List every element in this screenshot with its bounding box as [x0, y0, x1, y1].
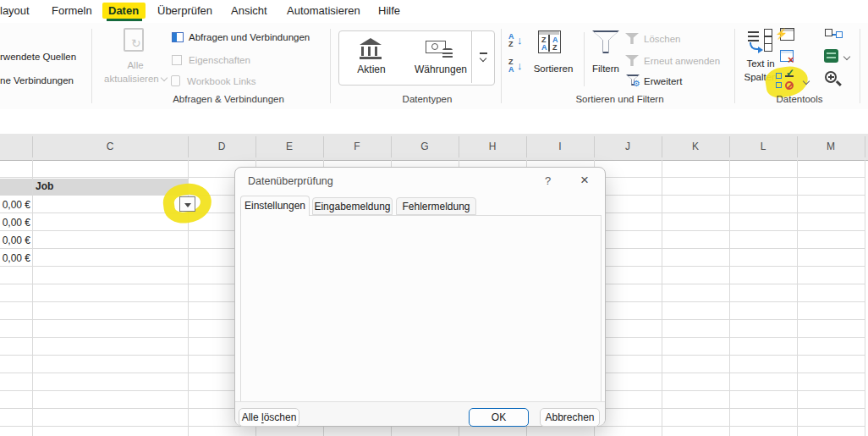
advanced-filter-label: Erweitert	[644, 76, 682, 86]
group-separator	[91, 29, 92, 103]
queries-group-label: Abfragen & Verbindungen	[152, 94, 305, 104]
properties-icon	[172, 55, 182, 65]
column-header-separator	[662, 136, 662, 157]
column-header-G[interactable]: G	[391, 134, 459, 159]
clear-filter-icon	[625, 33, 639, 44]
queries-connections-label: Abfragen und Verbindungen	[189, 32, 310, 42]
bank-icon-columns	[361, 47, 380, 56]
cancel-button[interactable]: Abbrechen	[540, 408, 600, 427]
clear-all-button[interactable]: Alle löschen	[239, 408, 299, 427]
mini-separator	[584, 32, 585, 86]
workbook-links-icon	[171, 75, 180, 86]
tab-eingabemeldung[interactable]: Eingabemeldung	[312, 197, 393, 215]
column-header-separator	[188, 136, 189, 157]
tools-group-label: Datentools	[744, 94, 854, 104]
menu-ueberpruefen[interactable]: Überprüfen	[157, 4, 212, 17]
filter-icon	[592, 30, 619, 53]
column-header-separator	[865, 136, 865, 157]
grid-vline	[729, 160, 730, 436]
stocks-label: Aktien	[346, 63, 397, 75]
data-validation-dialog: Datenüberprüfung ? × Einstellungen Einga…	[234, 167, 606, 426]
magnifier-icon	[825, 71, 837, 83]
workbook-links-label: Workbook Links	[187, 76, 256, 86]
column-header-separator	[391, 136, 392, 157]
text-to-columns-label1: Text in	[739, 58, 782, 69]
menu-layout[interactable]: layout	[0, 4, 30, 17]
consolidate-icon-2	[836, 31, 843, 38]
chevron-down-icon[interactable]	[843, 53, 850, 60]
column-header-F[interactable]: F	[323, 134, 391, 159]
menu-automatisieren[interactable]: Automatisieren	[287, 4, 360, 17]
sort-descending-button[interactable]: Z A	[508, 58, 514, 74]
recent-sources-button[interactable]: rwendete Quellen	[0, 52, 76, 62]
sort-asc-letter-z: Z	[508, 40, 514, 48]
refresh-all-label2: aktualisieren	[102, 74, 169, 84]
no-symbol-icon	[785, 81, 794, 90]
banknote-circle	[431, 43, 438, 50]
menu-ansicht[interactable]: Ansicht	[231, 4, 267, 17]
gallery-more-icon	[480, 52, 487, 54]
menu-hilfe[interactable]: Hilfe	[378, 4, 400, 17]
chevron-down-icon	[161, 75, 168, 81]
grid-vline	[865, 160, 865, 436]
text-to-columns-icon	[748, 29, 773, 54]
sort-asc-arrow-icon: ↓	[517, 34, 523, 47]
job-header-cell[interactable]	[0, 179, 188, 196]
ribbon: rwendete Quellen ne Verbindungen ↻ Alle …	[0, 23, 868, 111]
column-header-separator	[526, 136, 527, 157]
column-header-K[interactable]: K	[662, 134, 729, 159]
green-check-icon: ✓	[786, 67, 794, 79]
refresh-all-label1: Alle	[112, 60, 159, 70]
data-types-gallery: Aktien Währungen	[338, 30, 495, 86]
column-header-separator	[459, 136, 459, 157]
column-header-E[interactable]: E	[255, 134, 323, 159]
currency-cell[interactable]: 0,00 €	[0, 235, 30, 246]
ok-button[interactable]: OK	[469, 408, 529, 427]
excel-window: layout Formeln Daten Überprüfen Ansicht …	[0, 0, 868, 436]
sort-desc-letter-a: A	[508, 65, 514, 74]
currency-cell[interactable]: 0,00 €	[0, 217, 30, 229]
column-header-separator	[255, 136, 256, 157]
menu-daten[interactable]: Daten	[108, 4, 139, 17]
group-separator	[330, 29, 331, 103]
column-header-C[interactable]: C	[32, 134, 188, 159]
gallery-separator	[471, 31, 472, 83]
menu-bar: layout Formeln Daten Überprüfen Ansicht …	[0, 0, 868, 23]
tab-einstellungen[interactable]: Einstellungen	[240, 196, 310, 216]
column-header-D[interactable]: D	[188, 134, 255, 159]
column-header-separator	[594, 136, 595, 157]
menu-formeln[interactable]: Formeln	[52, 4, 92, 17]
group-separator	[734, 29, 735, 103]
column-header-J[interactable]: J	[594, 134, 662, 159]
grid-vline	[662, 160, 662, 436]
sort-label: Sortieren	[525, 63, 582, 74]
datatypes-group-label: Datentypen	[364, 94, 491, 104]
cell-dropdown-button[interactable]	[179, 196, 195, 212]
clear-filter-label: Löschen	[644, 34, 680, 44]
job-header-label: Job	[36, 180, 53, 192]
queries-connections-icon	[172, 32, 184, 42]
tab-page	[240, 215, 602, 401]
tab-fehlermeldung[interactable]: Fehlermeldung	[396, 197, 476, 215]
currency-cell[interactable]: 0,00 €	[0, 199, 30, 211]
group-separator	[501, 29, 502, 103]
existing-connections-button[interactable]: ne Verbindungen	[0, 75, 74, 86]
sort-ascending-button[interactable]: A Z	[508, 33, 514, 48]
currency-cell[interactable]: 0,00 €	[0, 252, 30, 264]
dropdown-triangle-icon	[184, 203, 191, 207]
gear-icon: ⚙	[633, 79, 640, 88]
currencies-label: Währungen	[411, 63, 470, 75]
help-button[interactable]: ?	[545, 174, 551, 187]
column-header-L[interactable]: L	[729, 134, 797, 159]
column-header-I[interactable]: I	[526, 134, 594, 159]
column-header-H[interactable]: H	[459, 134, 526, 159]
lightning-icon: ⚡	[775, 28, 788, 40]
red-x-icon: ×	[788, 53, 794, 66]
relationships-icon	[824, 49, 838, 63]
column-header-separator	[32, 136, 33, 157]
column-header-M[interactable]: M	[797, 134, 865, 159]
reapply-filter-label: Erneut anwenden	[644, 56, 720, 66]
refresh-arrow-glyph: ↻	[131, 36, 141, 50]
close-button[interactable]: ×	[580, 172, 589, 189]
grid-vline	[32, 160, 33, 436]
